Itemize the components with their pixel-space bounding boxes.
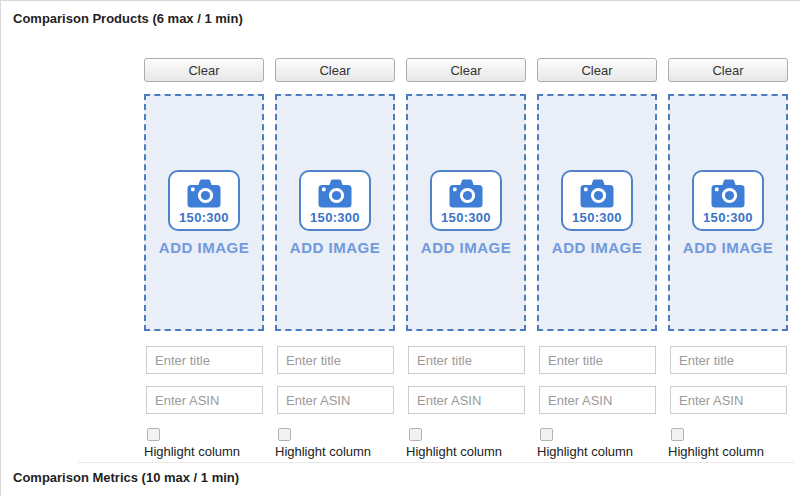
image-ratio-badge: 150:300: [168, 170, 240, 231]
highlight-column-label: Highlight column: [144, 444, 264, 459]
clear-button[interactable]: Clear: [144, 58, 264, 82]
add-image-label: ADD IMAGE: [421, 239, 511, 256]
product-column: Clear 150:300 ADD IMAGE Highlight: [275, 58, 395, 459]
camera-icon: [449, 179, 483, 208]
image-ratio-badge: 150:300: [299, 170, 371, 231]
image-ratio-badge: 150:300: [561, 170, 633, 231]
asin-input[interactable]: [670, 386, 787, 414]
highlight-column-checkbox[interactable]: [409, 428, 422, 441]
add-image-dropzone[interactable]: 150:300 ADD IMAGE: [537, 94, 657, 331]
add-image-label: ADD IMAGE: [552, 239, 642, 256]
products-section-header: Comparison Products (6 max / 1 min): [13, 11, 243, 26]
title-input[interactable]: [146, 346, 263, 374]
clear-button[interactable]: Clear: [668, 58, 788, 82]
camera-icon: [580, 179, 614, 208]
highlight-column-label: Highlight column: [275, 444, 395, 459]
add-image-label: ADD IMAGE: [683, 239, 773, 256]
image-ratio-label: 150:300: [179, 210, 229, 225]
image-ratio-label: 150:300: [703, 210, 753, 225]
image-ratio-label: 150:300: [572, 210, 622, 225]
clear-button[interactable]: Clear: [406, 58, 526, 82]
add-image-dropzone[interactable]: 150:300 ADD IMAGE: [406, 94, 526, 331]
asin-input[interactable]: [146, 386, 263, 414]
add-image-dropzone[interactable]: 150:300 ADD IMAGE: [144, 94, 264, 331]
product-column: Clear 150:300 ADD IMAGE Highlight: [537, 58, 657, 459]
image-ratio-badge: 150:300: [692, 170, 764, 231]
add-image-label: ADD IMAGE: [290, 239, 380, 256]
add-image-label: ADD IMAGE: [159, 239, 249, 256]
metrics-section-header: Comparison Metrics (10 max / 1 min): [13, 470, 239, 485]
title-input[interactable]: [277, 346, 394, 374]
camera-icon: [318, 179, 352, 208]
comparison-builder-page: { "page": { "products_header": "Comparis…: [0, 0, 800, 496]
title-input[interactable]: [670, 346, 787, 374]
add-image-dropzone[interactable]: 150:300 ADD IMAGE: [668, 94, 788, 331]
image-ratio-badge: 150:300: [430, 170, 502, 231]
product-column: Clear 150:300 ADD IMAGE Highlight: [668, 58, 788, 459]
image-ratio-label: 150:300: [310, 210, 360, 225]
asin-input[interactable]: [277, 386, 394, 414]
image-ratio-label: 150:300: [441, 210, 491, 225]
title-input[interactable]: [539, 346, 656, 374]
highlight-column-checkbox[interactable]: [671, 428, 684, 441]
add-image-dropzone[interactable]: 150:300 ADD IMAGE: [275, 94, 395, 331]
highlight-column-checkbox[interactable]: [278, 428, 291, 441]
asin-input[interactable]: [539, 386, 656, 414]
product-columns: Clear 150:300 ADD IMAGE Highlight: [144, 58, 788, 459]
camera-icon: [187, 179, 221, 208]
highlight-column-checkbox[interactable]: [540, 428, 553, 441]
row-separator: [78, 462, 794, 463]
title-input[interactable]: [408, 346, 525, 374]
highlight-column-label: Highlight column: [406, 444, 526, 459]
clear-button[interactable]: Clear: [537, 58, 657, 82]
product-column: Clear 150:300 ADD IMAGE Highlight: [406, 58, 526, 459]
asin-input[interactable]: [408, 386, 525, 414]
product-column: Clear 150:300 ADD IMAGE Highlight: [144, 58, 264, 459]
camera-icon: [711, 179, 745, 208]
highlight-column-label: Highlight column: [668, 444, 788, 459]
highlight-column-checkbox[interactable]: [147, 428, 160, 441]
clear-button[interactable]: Clear: [275, 58, 395, 82]
highlight-column-label: Highlight column: [537, 444, 657, 459]
